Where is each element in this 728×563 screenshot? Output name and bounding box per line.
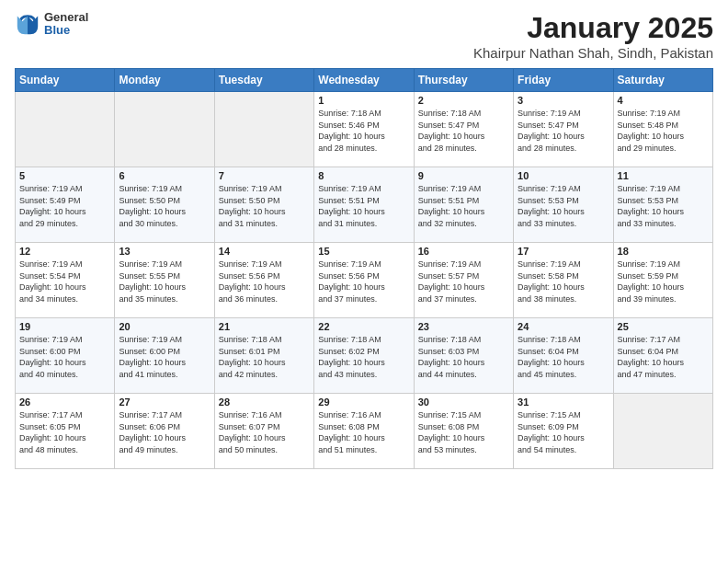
calendar-day-cell: 5Sunrise: 7:19 AM Sunset: 5:49 PM Daylig… xyxy=(16,167,115,243)
calendar-day-cell: 15Sunrise: 7:19 AM Sunset: 5:56 PM Dayli… xyxy=(314,243,414,318)
calendar-week-row: 19Sunrise: 7:19 AM Sunset: 6:00 PM Dayli… xyxy=(16,318,713,394)
day-number: 7 xyxy=(219,170,310,181)
day-info: Sunrise: 7:18 AM Sunset: 6:02 PM Dayligh… xyxy=(318,334,409,380)
calendar-day-header: Friday xyxy=(514,69,613,92)
calendar-table: SundayMondayTuesdayWednesdayThursdayFrid… xyxy=(15,68,713,469)
calendar-day-cell: 30Sunrise: 7:15 AM Sunset: 6:08 PM Dayli… xyxy=(414,394,513,469)
calendar-day-cell: 23Sunrise: 7:18 AM Sunset: 6:03 PM Dayli… xyxy=(414,318,513,394)
day-number: 26 xyxy=(19,396,110,408)
day-info: Sunrise: 7:19 AM Sunset: 6:00 PM Dayligh… xyxy=(119,334,210,380)
calendar-day-cell: 18Sunrise: 7:19 AM Sunset: 5:59 PM Dayli… xyxy=(613,243,712,318)
calendar-day-cell xyxy=(613,394,712,469)
calendar-day-cell: 19Sunrise: 7:19 AM Sunset: 6:00 PM Dayli… xyxy=(16,318,115,394)
calendar-day-header: Wednesday xyxy=(314,69,414,92)
day-info: Sunrise: 7:19 AM Sunset: 5:59 PM Dayligh… xyxy=(618,259,709,304)
calendar-day-cell: 29Sunrise: 7:16 AM Sunset: 6:08 PM Dayli… xyxy=(314,394,414,469)
calendar-day-cell: 13Sunrise: 7:19 AM Sunset: 5:55 PM Dayli… xyxy=(115,243,214,318)
day-number: 20 xyxy=(119,321,210,332)
day-info: Sunrise: 7:17 AM Sunset: 6:04 PM Dayligh… xyxy=(618,334,709,380)
day-info: Sunrise: 7:19 AM Sunset: 5:54 PM Dayligh… xyxy=(19,259,110,304)
calendar-day-cell: 8Sunrise: 7:19 AM Sunset: 5:51 PM Daylig… xyxy=(314,167,414,243)
day-info: Sunrise: 7:18 AM Sunset: 6:03 PM Dayligh… xyxy=(418,334,509,380)
calendar-week-row: 5Sunrise: 7:19 AM Sunset: 5:49 PM Daylig… xyxy=(16,167,713,243)
calendar-day-cell: 20Sunrise: 7:19 AM Sunset: 6:00 PM Dayli… xyxy=(115,318,214,394)
day-info: Sunrise: 7:19 AM Sunset: 5:55 PM Dayligh… xyxy=(119,259,210,304)
day-number: 21 xyxy=(219,321,310,332)
month-title: January 2025 xyxy=(473,11,713,45)
calendar-day-cell: 16Sunrise: 7:19 AM Sunset: 5:57 PM Dayli… xyxy=(414,243,513,318)
day-number: 15 xyxy=(318,246,409,257)
day-info: Sunrise: 7:16 AM Sunset: 6:07 PM Dayligh… xyxy=(219,409,310,455)
day-info: Sunrise: 7:19 AM Sunset: 5:57 PM Dayligh… xyxy=(418,259,509,304)
calendar-day-cell xyxy=(115,92,214,167)
day-info: Sunrise: 7:15 AM Sunset: 6:09 PM Dayligh… xyxy=(518,409,609,455)
day-info: Sunrise: 7:19 AM Sunset: 5:49 PM Dayligh… xyxy=(19,183,110,229)
day-info: Sunrise: 7:19 AM Sunset: 5:56 PM Dayligh… xyxy=(219,259,310,304)
day-info: Sunrise: 7:17 AM Sunset: 6:06 PM Dayligh… xyxy=(119,409,210,455)
day-info: Sunrise: 7:19 AM Sunset: 5:56 PM Dayligh… xyxy=(318,259,409,304)
day-info: Sunrise: 7:19 AM Sunset: 5:51 PM Dayligh… xyxy=(318,183,409,229)
day-number: 31 xyxy=(518,396,609,408)
day-info: Sunrise: 7:17 AM Sunset: 6:05 PM Dayligh… xyxy=(19,409,110,455)
day-info: Sunrise: 7:18 AM Sunset: 5:47 PM Dayligh… xyxy=(418,108,509,154)
day-number: 28 xyxy=(219,396,310,408)
day-info: Sunrise: 7:19 AM Sunset: 5:50 PM Dayligh… xyxy=(119,183,210,229)
calendar-day-cell: 25Sunrise: 7:17 AM Sunset: 6:04 PM Dayli… xyxy=(613,318,712,394)
calendar-day-cell: 17Sunrise: 7:19 AM Sunset: 5:58 PM Dayli… xyxy=(514,243,613,318)
day-number: 10 xyxy=(518,170,609,181)
day-info: Sunrise: 7:19 AM Sunset: 5:53 PM Dayligh… xyxy=(518,183,609,229)
day-info: Sunrise: 7:18 AM Sunset: 6:04 PM Dayligh… xyxy=(518,334,609,380)
calendar-day-cell: 28Sunrise: 7:16 AM Sunset: 6:07 PM Dayli… xyxy=(214,394,313,469)
day-number: 3 xyxy=(518,95,609,106)
location-title: Khairpur Nathan Shah, Sindh, Pakistan xyxy=(473,45,713,61)
day-number: 14 xyxy=(219,246,310,257)
calendar-day-cell: 7Sunrise: 7:19 AM Sunset: 5:50 PM Daylig… xyxy=(214,167,313,243)
day-info: Sunrise: 7:19 AM Sunset: 5:53 PM Dayligh… xyxy=(618,183,709,229)
day-info: Sunrise: 7:19 AM Sunset: 5:48 PM Dayligh… xyxy=(618,108,709,154)
calendar-day-cell: 14Sunrise: 7:19 AM Sunset: 5:56 PM Dayli… xyxy=(214,243,313,318)
day-number: 2 xyxy=(418,95,509,106)
logo-general: General xyxy=(44,11,88,24)
calendar-day-header: Tuesday xyxy=(214,69,313,92)
calendar-day-cell xyxy=(214,92,313,167)
day-number: 24 xyxy=(518,321,609,332)
day-number: 8 xyxy=(318,170,409,181)
day-info: Sunrise: 7:19 AM Sunset: 5:58 PM Dayligh… xyxy=(518,259,609,304)
calendar-day-cell: 1Sunrise: 7:18 AM Sunset: 5:46 PM Daylig… xyxy=(314,92,414,167)
calendar-day-header: Saturday xyxy=(613,69,712,92)
day-number: 9 xyxy=(418,170,509,181)
day-number: 30 xyxy=(418,396,509,408)
day-number: 22 xyxy=(318,321,409,332)
day-info: Sunrise: 7:19 AM Sunset: 5:50 PM Dayligh… xyxy=(219,183,310,229)
calendar-day-cell: 21Sunrise: 7:18 AM Sunset: 6:01 PM Dayli… xyxy=(214,318,313,394)
calendar-day-header: Monday xyxy=(115,69,214,92)
day-info: Sunrise: 7:16 AM Sunset: 6:08 PM Dayligh… xyxy=(318,409,409,455)
calendar-day-cell xyxy=(16,92,115,167)
day-number: 1 xyxy=(318,95,409,106)
calendar-day-cell: 26Sunrise: 7:17 AM Sunset: 6:05 PM Dayli… xyxy=(16,394,115,469)
day-number: 23 xyxy=(418,321,509,332)
day-info: Sunrise: 7:19 AM Sunset: 6:00 PM Dayligh… xyxy=(19,334,110,380)
day-number: 25 xyxy=(618,321,709,332)
calendar-week-row: 12Sunrise: 7:19 AM Sunset: 5:54 PM Dayli… xyxy=(16,243,713,318)
calendar-header-row: SundayMondayTuesdayWednesdayThursdayFrid… xyxy=(16,69,713,92)
logo-icon xyxy=(15,11,40,37)
logo-text: General Blue xyxy=(44,11,88,38)
day-number: 12 xyxy=(19,246,110,257)
header: General Blue January 2025 Khairpur Natha… xyxy=(15,11,713,61)
day-info: Sunrise: 7:19 AM Sunset: 5:47 PM Dayligh… xyxy=(518,108,609,154)
day-number: 18 xyxy=(618,246,709,257)
calendar-day-header: Sunday xyxy=(16,69,115,92)
calendar-day-cell: 2Sunrise: 7:18 AM Sunset: 5:47 PM Daylig… xyxy=(414,92,513,167)
calendar-day-cell: 22Sunrise: 7:18 AM Sunset: 6:02 PM Dayli… xyxy=(314,318,414,394)
calendar-day-cell: 4Sunrise: 7:19 AM Sunset: 5:48 PM Daylig… xyxy=(613,92,712,167)
calendar-day-cell: 24Sunrise: 7:18 AM Sunset: 6:04 PM Dayli… xyxy=(514,318,613,394)
page-container: General Blue January 2025 Khairpur Natha… xyxy=(0,0,728,477)
logo-blue: Blue xyxy=(44,24,88,37)
day-number: 4 xyxy=(618,95,709,106)
day-number: 11 xyxy=(618,170,709,181)
calendar-day-cell: 31Sunrise: 7:15 AM Sunset: 6:09 PM Dayli… xyxy=(514,394,613,469)
day-number: 5 xyxy=(19,170,110,181)
calendar-week-row: 26Sunrise: 7:17 AM Sunset: 6:05 PM Dayli… xyxy=(16,394,713,469)
calendar-day-cell: 6Sunrise: 7:19 AM Sunset: 5:50 PM Daylig… xyxy=(115,167,214,243)
